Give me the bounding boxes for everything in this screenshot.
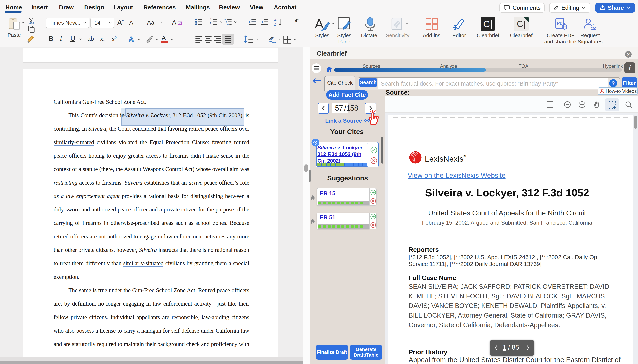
svg-text:x: x xyxy=(592,22,594,26)
svg-text:Z: Z xyxy=(274,22,276,26)
svg-text:A: A xyxy=(315,17,323,31)
svg-text:3: 3 xyxy=(210,23,211,26)
svg-text:A: A xyxy=(274,18,277,22)
